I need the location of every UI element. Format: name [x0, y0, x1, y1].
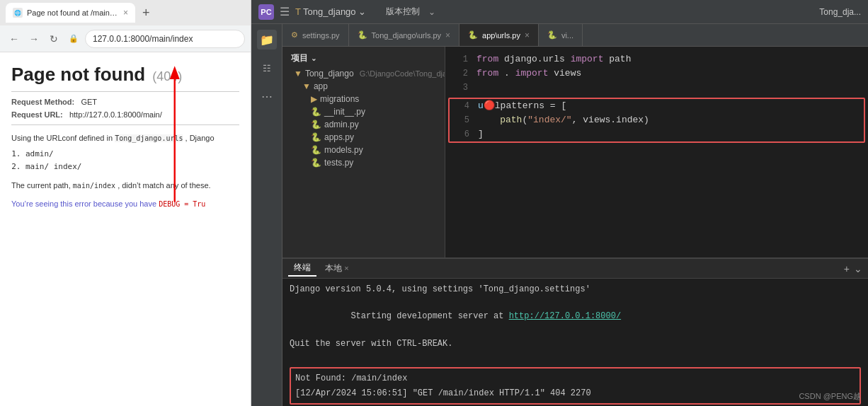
urlconf-module: Tong_django.urls: [115, 134, 183, 142]
terminal-icons: + ⌄: [844, 263, 862, 274]
terminal-tab[interactable]: 终端: [288, 260, 316, 277]
error-code: (404): [152, 69, 182, 84]
urlconf-info: Using the URLconf defined in Tong_django…: [11, 132, 239, 145]
file-tree: 项目 ⌄ ▼ Tong_django G:\DjangoCode\Tong_dj…: [282, 47, 445, 257]
sidebar-folder-icon[interactable]: 📁: [257, 30, 277, 50]
browser-content: Page not found (404) Request Method: GET…: [0, 52, 251, 406]
highlighted-block: 4 u🔴lpatterns = [ 5 path("index/", views…: [448, 98, 865, 143]
tree-apps-py[interactable]: 🐍 apps.py: [282, 131, 445, 144]
version-control-menu[interactable]: 版本控制: [383, 6, 423, 18]
request-method-row: Request Method: GET: [11, 98, 239, 106]
tree-project-root[interactable]: ▼ Tong_django G:\DjangoCode\Tong_dja...: [282, 67, 445, 80]
tab-settings-label: settings.py: [302, 31, 340, 40]
tab-settings-py[interactable]: ⚙ settings.py: [282, 24, 349, 47]
tab-tong-close[interactable]: ×: [445, 30, 450, 40]
folder-icon: 📁: [260, 33, 274, 47]
tree-init-py[interactable]: 🐍 __init__.py: [282, 105, 445, 118]
term-error-line-2: [12/Apr/2024 15:06:51] "GET /main/index …: [295, 386, 855, 400]
tree-app-folder[interactable]: ▼ app: [282, 80, 445, 93]
local-tab-close[interactable]: ×: [344, 264, 348, 272]
forward-btn[interactable]: →: [25, 30, 42, 47]
urlconf-text: Using the URLconf defined in: [11, 134, 113, 142]
plus-icon[interactable]: +: [844, 263, 850, 274]
debug-code: DEBUG = Tru: [159, 200, 205, 208]
sidebar-dots-icon[interactable]: ⋯: [257, 86, 277, 106]
line-num-3: 3: [451, 81, 468, 95]
init-py-label: __init__.py: [324, 107, 365, 117]
code-line-2: 2 from . import views: [445, 66, 868, 81]
ide-tabs-row: ⚙ settings.py 🐍 Tong_django\urls.py × 🐍 …: [282, 24, 868, 47]
term-text-1: Django version 5.0.4, using settings 'To…: [290, 284, 590, 294]
tree-models-py[interactable]: 🐍 models.py: [282, 144, 445, 156]
term-line-2: Starting development server at http://12…: [290, 296, 861, 337]
line-num-4: 4: [452, 99, 469, 113]
debug-text: You’re seeing this error because you hav…: [11, 199, 156, 208]
new-tab-btn[interactable]: +: [138, 6, 154, 21]
tree-folder-open-icon: ▼: [294, 69, 302, 79]
tree-chevron-icon: ⌄: [311, 54, 316, 62]
tree-admin-py[interactable]: 🐍 admin.py: [282, 118, 445, 131]
migrations-folder-label: migrations: [320, 94, 359, 104]
app-folder-label: app: [314, 81, 328, 91]
tab-app-close[interactable]: ×: [525, 30, 530, 40]
tab-close-btn[interactable]: ×: [123, 8, 128, 18]
tab-tong-urls-py[interactable]: 🐍 Tong_django\urls.py ×: [349, 24, 459, 47]
current-path-code: main/index: [73, 182, 115, 190]
sidebar-search-icon[interactable]: ☷: [257, 58, 277, 78]
search-icon: ☷: [263, 63, 271, 74]
ide-panel: PC ☰ T Tong_django ⌄ 版本控制 ⌄ Tong_dja... …: [251, 0, 868, 406]
tree-tests-py[interactable]: 🐍 tests.py: [282, 156, 445, 169]
code-line-5: 5 path("index/", views.index): [450, 113, 864, 127]
code-editor[interactable]: 1 from django.urls import path 2 from . …: [445, 47, 868, 257]
divider2: [11, 124, 239, 125]
code-content-5: path("index/", views.index): [478, 113, 861, 127]
tab-app-urls-py[interactable]: 🐍 app\urls.py ×: [459, 24, 539, 47]
admin-py-label: admin.py: [324, 120, 359, 129]
term-line-4: [290, 351, 861, 364]
term-text-2a: Starting development server at: [350, 311, 508, 321]
code-content-4: u🔴lpatterns = [: [478, 99, 861, 113]
line-num-2: 2: [451, 66, 468, 81]
code-line-4: 4 u🔴lpatterns = [: [450, 99, 864, 113]
terminal-area: 终端 本地 × + ⌄ Django version 5.0.4, using …: [282, 257, 868, 406]
ide-titlebar: PC ☰ T Tong_django ⌄ 版本控制 ⌄ Tong_dja...: [251, 0, 868, 24]
hamburger-icon[interactable]: ☰: [280, 5, 290, 18]
migrations-folder-icon: ▶: [311, 94, 317, 104]
local-tab-label: 本地: [325, 263, 342, 273]
term-server-link[interactable]: http://127.0.0.1:8000/: [509, 311, 621, 321]
tree-header-label: 项目: [291, 52, 308, 64]
editor-area: 1 from django.urls import path 2 from . …: [445, 47, 868, 257]
models-py-icon: 🐍: [311, 145, 321, 155]
line-num-6: 6: [452, 127, 469, 141]
tests-py-label: tests.py: [324, 158, 353, 168]
ide-project-name[interactable]: T Tong_django ⌄: [295, 6, 366, 17]
chevron-down-icon[interactable]: ⌄: [854, 263, 862, 274]
apps-py-icon: 🐍: [311, 132, 321, 142]
tree-migrations-folder[interactable]: ▶ migrations: [282, 93, 445, 105]
back-btn[interactable]: ←: [6, 30, 23, 47]
terminal-error-box: Not Found: /main/index [12/Apr/2024 15:0…: [290, 367, 861, 405]
browser-tab[interactable]: 🌐 Page not found at /main/ind... ×: [6, 3, 135, 23]
request-url-value: http://127.0.0.1:8000/main/: [69, 110, 162, 119]
request-url-row: Request URL: http://127.0.0.1:8000/main/: [11, 110, 239, 119]
home-btn[interactable]: 🔒: [65, 30, 82, 47]
browser-panel: 🌐 Page not found at /main/ind... × + ← →…: [0, 0, 251, 406]
address-bar[interactable]: [85, 30, 245, 48]
more-icon: ⋯: [261, 90, 273, 103]
local-tab[interactable]: 本地 ×: [319, 261, 355, 276]
ide-body: 项目 ⌄ ▼ Tong_django G:\DjangoCode\Tong_dj…: [282, 47, 868, 257]
code-content-1: from django.urls import path: [476, 52, 862, 66]
tab-vi[interactable]: 🐍 vi...: [539, 24, 583, 47]
url-list: admin/ main/ index/: [25, 148, 239, 174]
tab-bar: 🌐 Page not found at /main/ind... × +: [0, 0, 251, 25]
line-num-5: 5: [452, 113, 469, 127]
project-icon: T: [295, 6, 301, 17]
debug-info: You’re seeing this error because you hav…: [11, 198, 239, 210]
refresh-btn[interactable]: ↻: [45, 30, 62, 47]
admin-py-icon: 🐍: [311, 120, 321, 129]
tab-vi-label: vi...: [561, 31, 573, 40]
current-path-text: The current path,: [11, 181, 71, 190]
tab-favicon: 🌐: [13, 8, 23, 18]
tab-tong-icon: 🐍: [358, 30, 367, 40]
code-line-1: 1 from django.urls import path: [445, 52, 868, 66]
